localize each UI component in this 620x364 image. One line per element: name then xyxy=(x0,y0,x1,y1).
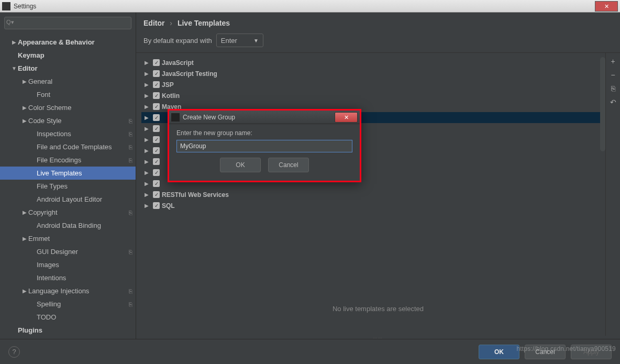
expand-arrow-icon: ▶ xyxy=(145,170,151,175)
resize-grip[interactable]: ⋯⋯ xyxy=(136,336,620,339)
sidebar-item-intentions[interactable]: Intentions xyxy=(0,271,136,284)
add-template-button[interactable]: + xyxy=(608,56,618,67)
expand-arrow-icon: ▶ xyxy=(145,148,151,153)
breadcrumb-live-templates: Live Templates xyxy=(178,19,230,27)
sidebar-item-label: Android Layout Editor xyxy=(37,195,102,203)
template-checkbox[interactable]: ✓ xyxy=(153,70,160,77)
sidebar-item-label: Keymap xyxy=(18,51,45,59)
template-group-row[interactable]: ▶✓RESTful Web Services xyxy=(141,189,603,200)
sidebar-item-label: File Encodings xyxy=(37,156,81,164)
sidebar-item-label: File and Code Templates xyxy=(37,143,112,151)
template-group-row[interactable]: ▶✓JavaScript Testing xyxy=(141,68,603,79)
sidebar-item-emmet[interactable]: ▶Emmet xyxy=(0,232,136,245)
template-checkbox[interactable]: ✓ xyxy=(153,136,160,143)
sidebar-item-android-data-binding[interactable]: Android Data Binding xyxy=(0,219,136,232)
create-group-dialog: Create New Group ✕ Enter the new group n… xyxy=(168,109,361,182)
sidebar-item-live-templates[interactable]: Live Templates xyxy=(0,167,136,180)
expand-arrow-icon: ▶ xyxy=(145,93,151,98)
sidebar-item-label: Emmet xyxy=(28,235,50,242)
sidebar-item-keymap[interactable]: Keymap xyxy=(0,49,136,62)
restore-template-button[interactable]: ↶ xyxy=(608,97,618,107)
template-checkbox[interactable]: ✓ xyxy=(153,103,160,110)
template-checkbox[interactable]: ✓ xyxy=(153,191,160,198)
tree-arrow-icon: ▼ xyxy=(10,65,18,71)
remove-template-button[interactable]: − xyxy=(608,70,618,80)
sidebar-item-color-scheme[interactable]: ▶Color Scheme xyxy=(0,101,136,114)
expand-arrow-icon: ▶ xyxy=(145,71,151,76)
template-checkbox[interactable]: ✓ xyxy=(153,125,160,132)
window-close-button[interactable]: ✕ xyxy=(595,1,618,12)
template-checkbox[interactable]: ✓ xyxy=(153,114,160,121)
tree-arrow-icon: ▶ xyxy=(10,39,18,45)
watermark: https://blog.csdn.net/tianya900519 xyxy=(516,345,616,352)
sidebar-item-label: Appearance & Behavior xyxy=(18,38,95,46)
window-titlebar: Settings ✕ xyxy=(0,0,620,13)
expand-with-select[interactable]: Enter ▼ xyxy=(216,34,263,47)
template-group-label: JavaScript xyxy=(162,59,194,67)
sidebar-item-general[interactable]: ▶General xyxy=(0,75,136,88)
sidebar-item-copyright[interactable]: ▶Copyright⎘ xyxy=(0,206,136,219)
expand-with-value: Enter xyxy=(221,37,237,45)
settings-tree[interactable]: ▶Appearance & BehaviorKeymap▼Editor▶Gene… xyxy=(0,34,136,339)
breadcrumb-editor[interactable]: Editor xyxy=(143,19,164,27)
sidebar-item-inspections[interactable]: Inspections⎘ xyxy=(0,127,136,140)
project-level-icon: ⎘ xyxy=(129,249,132,255)
template-checkbox[interactable]: ✓ xyxy=(153,92,160,99)
sidebar-item-language-injections[interactable]: ▶Language Injections⎘ xyxy=(0,284,136,297)
template-checkbox[interactable]: ✓ xyxy=(153,202,160,209)
duplicate-template-button[interactable]: ⎘ xyxy=(608,83,618,94)
tree-arrow-icon: ▶ xyxy=(21,236,28,241)
sidebar-item-code-style[interactable]: ▶Code Style⎘ xyxy=(0,114,136,127)
dialog-ok-button[interactable]: OK xyxy=(220,158,261,172)
project-level-icon: ⎘ xyxy=(129,131,132,137)
settings-search-input[interactable] xyxy=(4,17,131,29)
template-group-row[interactable]: ▶✓JSP xyxy=(141,79,603,90)
sidebar-item-file-encodings[interactable]: File Encodings⎘ xyxy=(0,153,136,167)
template-checkbox[interactable]: ✓ xyxy=(153,180,160,187)
window-title: Settings xyxy=(14,3,595,10)
sidebar-item-plugins[interactable]: Plugins xyxy=(0,324,136,337)
dialog-close-button[interactable]: ✕ xyxy=(335,112,358,123)
group-name-input[interactable] xyxy=(176,140,352,152)
dialog-cancel-button[interactable]: Cancel xyxy=(268,158,309,172)
sidebar-item-todo[interactable]: TODO xyxy=(0,311,136,324)
sidebar-item-label: Color Scheme xyxy=(28,104,71,112)
template-group-row[interactable]: ▶✓Kotlin xyxy=(141,90,603,101)
app-icon xyxy=(2,2,10,10)
template-group-row[interactable]: ▶✓SQL xyxy=(141,200,603,211)
sidebar-item-spelling[interactable]: Spelling⎘ xyxy=(0,297,136,311)
sidebar-item-appearance-behavior[interactable]: ▶Appearance & Behavior xyxy=(0,36,136,49)
template-checkbox[interactable]: ✓ xyxy=(153,59,160,66)
tree-arrow-icon: ▶ xyxy=(21,79,28,84)
template-checkbox[interactable]: ✓ xyxy=(153,158,160,165)
breadcrumb-separator: › xyxy=(170,19,172,27)
expand-arrow-icon: ▶ xyxy=(145,82,151,87)
sidebar-item-label: Language Injections xyxy=(28,287,89,295)
sidebar-item-label: Live Templates xyxy=(37,169,82,177)
expand-arrow-icon: ▶ xyxy=(145,159,151,164)
project-level-icon: ⎘ xyxy=(129,157,132,163)
sidebar-item-label: Plugins xyxy=(18,326,42,334)
templates-list[interactable]: ▶✓JavaScript▶✓JavaScript Testing▶✓JSP▶✓K… xyxy=(136,53,605,336)
template-group-row[interactable]: ▶✓JavaScript xyxy=(141,57,603,68)
breadcrumb: Editor › Live Templates xyxy=(136,13,620,30)
template-checkbox[interactable]: ✓ xyxy=(153,81,160,88)
sidebar-item-file-types[interactable]: File Types xyxy=(0,180,136,193)
template-group-label: RESTful Web Services xyxy=(162,191,229,198)
sidebar-item-editor[interactable]: ▼Editor xyxy=(0,62,136,75)
sidebar-item-font[interactable]: Font xyxy=(0,88,136,101)
sidebar-item-images[interactable]: Images xyxy=(0,258,136,271)
project-level-icon: ⎘ xyxy=(129,288,132,294)
tree-arrow-icon: ▶ xyxy=(21,118,28,124)
template-checkbox[interactable]: ✓ xyxy=(153,169,160,176)
settings-ok-button[interactable]: OK xyxy=(479,345,519,359)
scrollbar[interactable] xyxy=(600,57,605,151)
sidebar-item-file-and-code-templates[interactable]: File and Code Templates⎘ xyxy=(0,140,136,153)
sidebar-item-gui-designer[interactable]: GUI Designer⎘ xyxy=(0,245,136,258)
sidebar-item-android-layout-editor[interactable]: Android Layout Editor xyxy=(0,193,136,206)
expand-arrow-icon: ▶ xyxy=(145,126,151,131)
template-group-label: JavaScript Testing xyxy=(162,70,217,78)
help-button[interactable]: ? xyxy=(8,346,20,358)
template-checkbox[interactable]: ✓ xyxy=(153,147,160,154)
sidebar-item-label: Images xyxy=(37,261,59,269)
